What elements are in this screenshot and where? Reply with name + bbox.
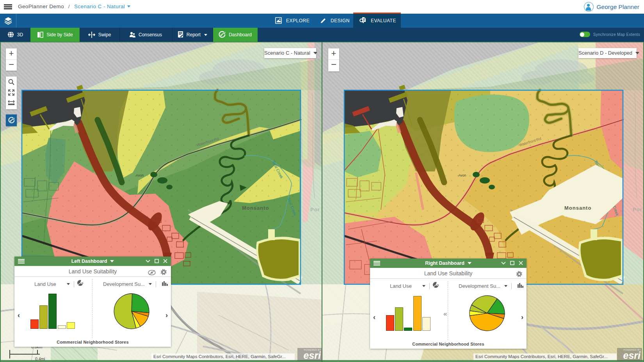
svg-text:Por: Por — [310, 207, 320, 212]
svg-text:Avon: Avon — [136, 173, 144, 177]
svg-text:Monsanto: Monsanto — [564, 205, 591, 211]
svg-text:Monsanto: Monsanto — [242, 205, 269, 211]
svg-text:Avon: Avon — [458, 173, 466, 177]
svg-text:Por: Por — [633, 207, 642, 212]
